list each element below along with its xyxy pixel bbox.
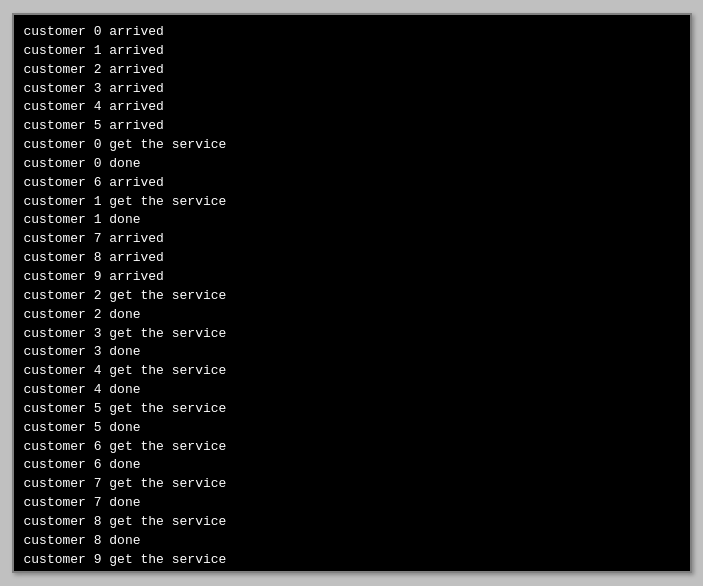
terminal-window: customer 0 arrived customer 1 arrived cu…: [12, 13, 692, 573]
terminal-output[interactable]: customer 0 arrived customer 1 arrived cu…: [14, 15, 690, 571]
